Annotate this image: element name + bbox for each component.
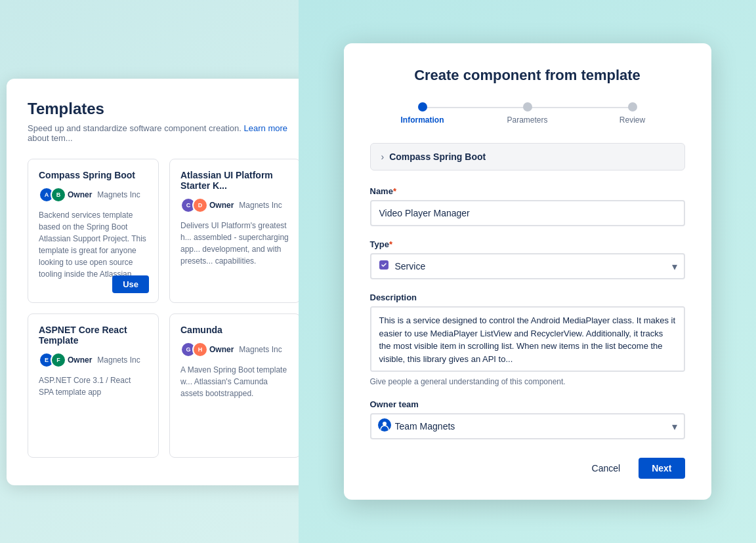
owner-team-select[interactable]: Team Magnets Team Alpha Team Beta	[370, 413, 685, 439]
next-button[interactable]: Next	[639, 458, 684, 479]
owner-name: Magnets Inc	[97, 355, 140, 365]
description-field-group: Description This is a service designed t…	[370, 292, 685, 386]
owner-row: E F Owner Magnets Inc	[39, 352, 148, 368]
type-select[interactable]: Service Library Application Other	[370, 253, 685, 279]
avatar-group: E F	[39, 352, 62, 368]
name-label: Name*	[370, 186, 685, 196]
use-button-compass[interactable]: Use	[112, 275, 149, 293]
template-card-title: Compass Spring Boot	[39, 170, 148, 180]
cancel-button[interactable]: Cancel	[581, 458, 631, 479]
step-label-review: Review	[620, 115, 645, 125]
chevron-right-icon: ›	[381, 151, 385, 162]
modal-footer: Cancel Next	[370, 458, 685, 479]
modal-title: Create component from template	[370, 67, 685, 84]
modal-overlay: Create component from template Informati…	[299, 0, 756, 543]
type-select-wrapper: Service Library Application Other ▾	[370, 253, 685, 279]
template-source-name: Compass Spring Boot	[389, 151, 486, 162]
avatar: B	[51, 187, 66, 203]
description-hint: Give people a general understanding of t…	[370, 377, 685, 386]
template-card-aspnet: ASPNET Core React Template E F Owner Mag…	[28, 313, 159, 458]
avatar: H	[192, 342, 208, 357]
step-parameters: Parameters	[475, 102, 580, 125]
step-label-parameters: Parameters	[507, 115, 547, 125]
owner-name: Magnets Inc	[239, 345, 282, 354]
name-required-indicator: *	[393, 186, 396, 196]
template-card-title: Camunda	[180, 325, 289, 335]
description-textarea[interactable]: This is a service designed to control th…	[370, 306, 685, 372]
template-desc: ASP.NET Core 3.1 / React SPA template ap…	[39, 374, 148, 398]
template-desc: Backend services template based on the S…	[39, 209, 148, 280]
template-desc: A Maven Spring Boot template w... Atlass…	[180, 364, 289, 399]
type-label: Type*	[370, 239, 685, 249]
avatar: D	[192, 197, 208, 213]
owner-name: Magnets Inc	[239, 201, 282, 210]
step-review: Review	[580, 102, 685, 125]
type-field-group: Type* Service Library Application Other …	[370, 239, 685, 279]
owner-label: Owner	[68, 190, 92, 199]
template-grid: Compass Spring Boot A B Owner Magnets In…	[28, 159, 301, 458]
template-card-title: ASPNET Core React Template	[39, 325, 148, 346]
avatar-group: C D	[180, 197, 204, 213]
avatar: F	[51, 352, 66, 368]
step-dot-information	[418, 102, 427, 111]
template-card-camunda: Camunda G H Owner Magnets Inc A Maven Sp…	[169, 313, 301, 458]
owner-label: Owner	[209, 201, 234, 210]
name-field-group: Name*	[370, 186, 685, 226]
template-source-row: › Compass Spring Boot	[370, 143, 685, 171]
template-card-title: Atlassian UI Platform Starter K...	[180, 170, 289, 191]
owner-row: A B Owner Magnets Inc	[39, 187, 148, 203]
type-required-indicator: *	[389, 239, 392, 249]
owner-team-field-group: Owner team Team Magnets Team Alpha Team …	[370, 399, 685, 439]
templates-panel: Templates Speed up and standardize softw…	[7, 79, 322, 485]
learn-more-link[interactable]: Learn more	[244, 123, 287, 133]
avatar-group: A B	[39, 187, 62, 203]
step-dot-review	[628, 102, 637, 111]
owner-row: C D Owner Magnets Inc	[180, 197, 289, 213]
owner-team-label: Owner team	[370, 399, 685, 409]
owner-row: G H Owner Magnets Inc	[180, 342, 289, 357]
owner-label: Owner	[209, 345, 234, 354]
step-information: Information	[370, 102, 475, 125]
template-card-atlassian-ui: Atlassian UI Platform Starter K... C D O…	[169, 159, 301, 303]
templates-title: Templates	[28, 100, 301, 118]
template-card-compass-spring-boot: Compass Spring Boot A B Owner Magnets In…	[28, 159, 159, 303]
step-label-information: Information	[401, 115, 444, 125]
owner-label: Owner	[68, 355, 92, 365]
template-desc: Delivers UI Platform's greatest h... ass…	[180, 220, 289, 267]
avatar-group: G H	[180, 342, 204, 357]
modal-dialog: Create component from template Informati…	[344, 43, 711, 500]
owner-team-select-wrapper: Team Magnets Team Alpha Team Beta ▾	[370, 413, 685, 439]
name-input[interactable]	[370, 200, 685, 226]
steps-indicator: Information Parameters Review	[370, 102, 685, 125]
description-label: Description	[370, 292, 685, 302]
owner-name: Magnets Inc	[97, 190, 140, 199]
templates-subtitle: Speed up and standardize software compon…	[28, 123, 301, 143]
step-dot-parameters	[523, 102, 532, 111]
